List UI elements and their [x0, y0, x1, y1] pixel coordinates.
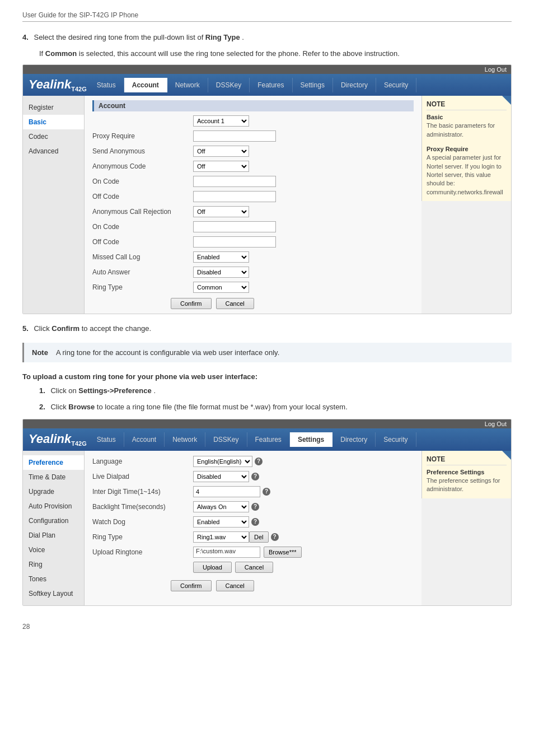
- on-code-row2: On Code: [92, 221, 414, 233]
- inter-digit-help-icon[interactable]: ?: [263, 488, 270, 496]
- tab-security-2[interactable]: Security: [376, 432, 416, 447]
- step-4-number: 4.: [22, 33, 29, 41]
- missed-call-select[interactable]: Enabled: [193, 251, 249, 263]
- tab-status-2[interactable]: Status: [89, 432, 124, 447]
- ring-type-select2[interactable]: Ring1.wav: [193, 531, 249, 543]
- tab-status-1[interactable]: Status: [89, 78, 124, 92]
- on-code-input1[interactable]: [193, 176, 276, 187]
- anon-rejection-select[interactable]: Off: [193, 206, 249, 217]
- tab-directory-2[interactable]: Directory: [332, 432, 376, 447]
- send-anon-row: Send Anonymous Off: [92, 145, 414, 157]
- panel-body-2: Preference Time & Date Upgrade Auto Prov…: [23, 451, 511, 605]
- watch-dog-help-icon[interactable]: ?: [251, 518, 259, 526]
- note-panel-wrap-1: NOTE Basic The basic parameters for admi…: [421, 96, 511, 314]
- backlight-help-icon[interactable]: ?: [251, 503, 259, 511]
- tab-security-1[interactable]: Security: [376, 78, 416, 92]
- sidebar-preference[interactable]: Preference: [23, 455, 84, 470]
- send-anon-select[interactable]: Off: [193, 146, 249, 157]
- backlight-select[interactable]: Always On: [193, 501, 249, 512]
- account-select-row: Account 1: [92, 115, 414, 127]
- off-code-input1[interactable]: [193, 191, 276, 202]
- logout-link-2[interactable]: Log Out: [485, 421, 507, 427]
- logout-link-1[interactable]: Log Out: [485, 66, 507, 73]
- live-dialpad-help-icon[interactable]: ?: [251, 473, 259, 480]
- on-code-input2[interactable]: [193, 221, 276, 232]
- note-block-label: Note: [32, 348, 48, 357]
- note-panel-1: NOTE Basic The basic parameters for admi…: [421, 96, 511, 201]
- ring-type-select1[interactable]: Common: [193, 282, 249, 293]
- watch-dog-select[interactable]: Enabled: [193, 516, 249, 528]
- note-block: Note A ring tone for the account is conf…: [22, 343, 512, 362]
- note-pref-title: Preference Settings: [427, 469, 507, 475]
- tab-account-2[interactable]: Account: [124, 432, 165, 447]
- ring-type-row1: Ring Type Common: [92, 281, 414, 293]
- tab-directory-1[interactable]: Directory: [333, 78, 376, 92]
- sidebar-advanced[interactable]: Advanced: [23, 144, 84, 158]
- ring-type-row2: Ring Type Ring1.wav Del ?: [92, 531, 414, 543]
- note-block-text: A ring tone for the account is configura…: [56, 348, 279, 357]
- sidebar-ring[interactable]: Ring: [23, 557, 84, 572]
- tab-account-1[interactable]: Account: [124, 78, 167, 92]
- sidebar-time-date[interactable]: Time & Date: [23, 470, 84, 484]
- step-4-text2: .: [242, 33, 244, 41]
- step-2b-number: 2.: [39, 403, 45, 411]
- del-button[interactable]: Del: [249, 531, 269, 543]
- panel-body-1: Register Basic Codec Advanced Account Ac…: [23, 96, 511, 314]
- tab-settings-2[interactable]: Settings: [290, 432, 332, 447]
- sidebar-basic[interactable]: Basic: [23, 115, 84, 129]
- sidebar-configuration[interactable]: Configuration: [23, 514, 84, 528]
- tab-settings-1[interactable]: Settings: [293, 78, 333, 92]
- corner-flag-2: [502, 451, 511, 460]
- ring-type-help-icon[interactable]: ?: [271, 533, 279, 541]
- tab-dsskey-1[interactable]: DSSKey: [208, 78, 250, 92]
- step-1b-text: Click on: [50, 386, 78, 395]
- tab-network-1[interactable]: Network: [167, 78, 208, 92]
- sidebar-upgrade[interactable]: Upgrade: [23, 484, 84, 499]
- live-dialpad-select[interactable]: Disabled: [193, 471, 249, 482]
- sidebar-dial-plan[interactable]: Dial Plan: [23, 528, 84, 543]
- step-5-block: 5. Click Confirm to accept the change.: [22, 324, 512, 333]
- tab-dsskey-2[interactable]: DSSKey: [205, 432, 247, 447]
- sidebar-tones[interactable]: Tones: [23, 572, 84, 586]
- note-basic-text: The basic parameters for administrator.: [427, 122, 507, 139]
- sidebar-auto-provision[interactable]: Auto Provision: [23, 499, 84, 514]
- sidebar-softkey[interactable]: Softkey Layout: [23, 586, 84, 601]
- cancel-button-1[interactable]: Cancel: [216, 298, 254, 309]
- off-code-input2[interactable]: [193, 236, 276, 248]
- tab-features-1[interactable]: Features: [250, 78, 292, 92]
- step-1b-text2: .: [153, 386, 156, 395]
- language-select[interactable]: English(English): [193, 456, 252, 467]
- auto-answer-select[interactable]: Disabled: [193, 267, 249, 278]
- step-2b-text: Click: [50, 403, 68, 411]
- tab-network-2[interactable]: Network: [165, 432, 205, 447]
- inter-digit-input[interactable]: [193, 486, 260, 497]
- sidebar-1: Register Basic Codec Advanced: [23, 96, 85, 314]
- language-help-icon[interactable]: ?: [255, 458, 263, 465]
- on-code-row1: On Code: [92, 175, 414, 188]
- content-area-2: Language English(English) ? Live Dialpad…: [85, 451, 421, 605]
- section-header: To upload a custom ring tone for your ph…: [22, 372, 512, 381]
- note-basic-title: Basic: [427, 114, 507, 120]
- upload-button[interactable]: Upload: [193, 562, 232, 573]
- anon-rejection-row: Anonymous Call Rejection Off: [92, 206, 414, 218]
- upload-cancel-button[interactable]: Cancel: [235, 562, 273, 573]
- anon-code-select[interactable]: Off: [193, 161, 249, 172]
- yealink-panel-1: Log Out YealinkT42G Status Account Netwo…: [22, 64, 512, 314]
- browse-button[interactable]: Browse***: [264, 547, 302, 558]
- tab-features-2[interactable]: Features: [247, 432, 290, 447]
- sidebar-register[interactable]: Register: [23, 100, 84, 115]
- sidebar-voice[interactable]: Voice: [23, 543, 84, 557]
- panel-header-1: YealinkT42G Status Account Network DSSKe…: [23, 74, 511, 96]
- confirm-button-1[interactable]: Confirm: [171, 298, 212, 309]
- cancel-button-2[interactable]: Cancel: [216, 580, 254, 591]
- confirm-button-2[interactable]: Confirm: [171, 580, 212, 591]
- sidebar-codec[interactable]: Codec: [23, 129, 84, 144]
- proxy-require-input[interactable]: [193, 130, 276, 142]
- step-4-block: 4. Select the desired ring tone from the…: [22, 33, 512, 41]
- note-panel-wrap-2: NOTE Preference Settings The preference …: [421, 451, 511, 605]
- yealink-panel-2: Log Out YealinkT42G Status Account Netwo…: [22, 419, 512, 605]
- content-area-1: Account Account 1 Proxy Require Send Ano…: [85, 96, 421, 314]
- account-select[interactable]: Account 1: [193, 115, 249, 127]
- nav-tabs-2: Status Account Network DSSKey Features S…: [89, 432, 511, 447]
- step-1b-block: 1. Click on Settings->Preference .: [39, 386, 512, 395]
